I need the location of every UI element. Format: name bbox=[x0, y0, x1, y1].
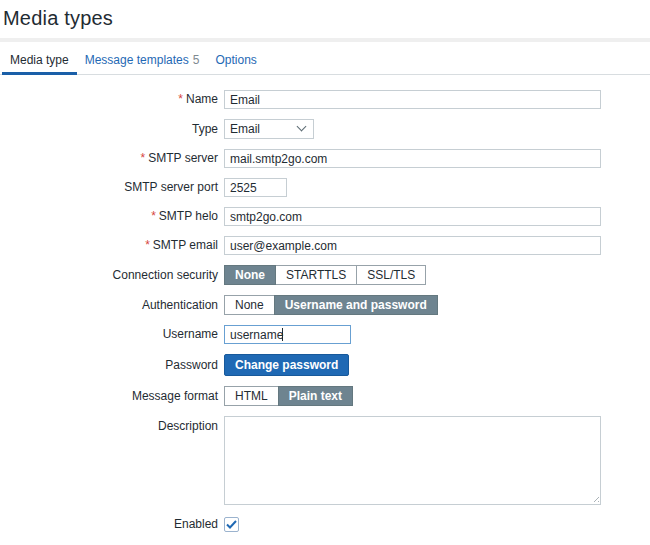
change-password-button[interactable]: Change password bbox=[224, 354, 349, 376]
smtp-helo-label: *SMTP helo bbox=[0, 207, 218, 226]
message-format-toggle: HTML Plain text bbox=[224, 386, 353, 406]
connection-security-label: Connection security bbox=[0, 266, 218, 285]
media-type-form: *Name Type Email *SMTP server SMTP serve… bbox=[0, 75, 650, 545]
name-label: *Name bbox=[0, 90, 218, 109]
required-marker: * bbox=[141, 151, 146, 165]
authentication-username-password[interactable]: Username and password bbox=[274, 295, 438, 315]
description-textarea[interactable] bbox=[224, 416, 601, 505]
name-input[interactable] bbox=[224, 90, 601, 109]
page-title: Media types bbox=[0, 0, 650, 30]
tab-message-templates[interactable]: Message templates5 bbox=[77, 48, 208, 75]
connection-security-starttls[interactable]: STARTTLS bbox=[275, 265, 357, 285]
tab-media-type[interactable]: Media type bbox=[2, 48, 77, 75]
authentication-label: Authentication bbox=[0, 296, 218, 315]
connection-security-toggle: None STARTTLS SSL/TLS bbox=[224, 265, 426, 285]
tab-media-type-label: Media type bbox=[10, 53, 69, 67]
tab-options[interactable]: Options bbox=[207, 48, 264, 75]
smtp-helo-input[interactable] bbox=[224, 207, 601, 226]
type-select[interactable]: Email bbox=[224, 119, 314, 139]
tab-options-label: Options bbox=[215, 53, 256, 67]
password-label: Password bbox=[0, 356, 218, 375]
smtp-email-input[interactable] bbox=[224, 236, 601, 255]
authentication-none[interactable]: None bbox=[224, 295, 275, 315]
authentication-toggle: None Username and password bbox=[224, 295, 438, 315]
smtp-port-input[interactable] bbox=[224, 178, 287, 197]
description-label: Description bbox=[0, 416, 218, 434]
chevron-down-icon bbox=[298, 123, 306, 131]
text-cursor bbox=[282, 328, 283, 341]
connection-security-none[interactable]: None bbox=[224, 265, 276, 285]
required-marker: * bbox=[151, 209, 156, 223]
check-icon bbox=[226, 520, 237, 529]
connection-security-ssltls[interactable]: SSL/TLS bbox=[356, 265, 426, 285]
enabled-checkbox[interactable] bbox=[224, 517, 239, 532]
smtp-email-label: *SMTP email bbox=[0, 236, 218, 255]
enabled-label: Enabled bbox=[0, 515, 218, 534]
message-format-html[interactable]: HTML bbox=[224, 386, 279, 406]
smtp-port-label: SMTP server port bbox=[0, 178, 218, 197]
tab-message-templates-label: Message templates bbox=[85, 53, 189, 67]
message-format-plain-text[interactable]: Plain text bbox=[278, 386, 353, 406]
tab-message-templates-count: 5 bbox=[193, 53, 200, 67]
smtp-server-label: *SMTP server bbox=[0, 149, 218, 168]
required-marker: * bbox=[178, 92, 183, 106]
message-format-label: Message format bbox=[0, 387, 218, 406]
smtp-server-input[interactable] bbox=[224, 149, 601, 168]
username-label: Username bbox=[0, 325, 218, 344]
tab-bar: Media type Message templates5 Options bbox=[0, 42, 650, 75]
type-label: Type bbox=[0, 120, 218, 139]
required-marker: * bbox=[145, 238, 150, 252]
type-select-value: Email bbox=[230, 122, 260, 136]
username-input[interactable] bbox=[224, 325, 351, 344]
